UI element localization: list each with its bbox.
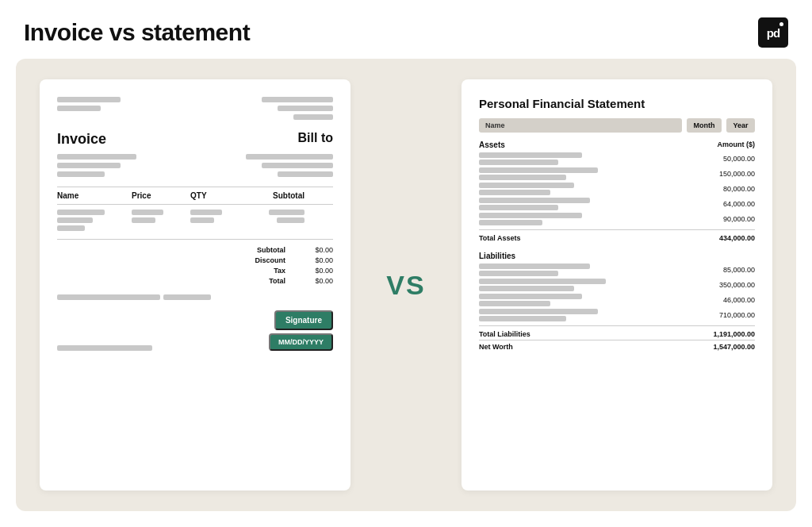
asset-value-5: 90,000.00	[723, 215, 755, 223]
deco-line	[479, 301, 550, 306]
table-row	[57, 210, 333, 231]
signature-button[interactable]: Signature	[274, 310, 333, 330]
asset-value-2: 150,000.00	[719, 170, 755, 178]
total-assets-value: 434,000.00	[719, 234, 755, 242]
deco-line	[57, 163, 121, 168]
deco-line	[262, 163, 333, 168]
col-name: Name	[57, 191, 128, 200]
deco-line	[57, 294, 160, 300]
deco-line	[132, 217, 155, 223]
statement-title: Personal Financial Statement	[479, 97, 755, 110]
deco-line	[57, 217, 93, 223]
total-label: Total	[246, 277, 285, 285]
liability-row: 46,000.00	[479, 294, 755, 306]
invoice-bill-row: Invoice Bill to	[57, 131, 333, 148]
discount-label: Discount	[246, 256, 285, 264]
deco-line	[479, 220, 542, 225]
statement-name-field[interactable]: Name	[479, 118, 682, 133]
total-liabilities-row: Total Liabilities 1,191,000.00	[479, 325, 755, 338]
deco-line	[57, 225, 85, 231]
subtotal-label: Subtotal	[246, 246, 285, 254]
col-price: Price	[132, 191, 187, 200]
deco-line	[479, 205, 558, 210]
invoice-table-header: Name Price QTY Subtotal	[57, 187, 333, 205]
assets-title: Assets	[479, 140, 505, 149]
liability-value-1: 85,000.00	[723, 266, 755, 274]
invoice-footer: Signature MM/DD/YYYY	[57, 294, 333, 351]
deco-line	[479, 294, 582, 299]
page-title: Invoice vs statement	[24, 19, 250, 46]
deco-line	[163, 294, 211, 300]
asset-row: 150,000.00	[479, 167, 755, 180]
deco-line	[479, 309, 598, 314]
liabilities-rows: 85,000.00 350,000.00 46,000.00	[479, 264, 755, 321]
right-lines	[262, 97, 333, 120]
assets-rows: 50,000.00 150,000.00 80,000.00	[479, 152, 755, 225]
liability-value-4: 710,000.00	[719, 311, 755, 319]
deco-line	[479, 175, 566, 180]
assets-section-header: Assets Amount ($)	[479, 140, 755, 149]
total-liabilities-value: 1,191,000.00	[713, 330, 755, 338]
statement-year-field[interactable]: Year	[726, 118, 755, 133]
signature-area: Signature MM/DD/YYYY	[269, 307, 333, 351]
deco-line	[479, 167, 598, 173]
deco-line	[277, 217, 304, 223]
deco-line	[479, 160, 558, 165]
statement-month-field[interactable]: Month	[687, 118, 722, 133]
asset-value-4: 64,000.00	[723, 200, 755, 208]
deco-line	[190, 217, 214, 223]
invoice-header-decoration	[57, 97, 333, 120]
deco-line	[269, 210, 304, 215]
subtotal-row: Subtotal $0.00	[57, 246, 333, 254]
deco-line	[479, 183, 574, 188]
deco-line	[479, 213, 582, 218]
vs-divider: VS	[374, 79, 438, 490]
page-header: Invoice vs statement pd	[0, 0, 812, 59]
liability-row: 85,000.00	[479, 264, 755, 276]
liability-value-2: 350,000.00	[719, 281, 755, 289]
total-value: $0.00	[301, 277, 333, 285]
asset-value-1: 50,000.00	[723, 155, 755, 163]
liability-row: 350,000.00	[479, 279, 755, 291]
deco-line	[262, 97, 333, 102]
asset-row: 90,000.00	[479, 213, 755, 225]
statement-header-row: Name Month Year	[479, 118, 755, 133]
deco-line	[479, 316, 566, 321]
tax-label: Tax	[246, 267, 285, 275]
deco-line	[278, 171, 333, 177]
deco-line	[479, 198, 590, 203]
deco-line	[479, 264, 590, 269]
liability-row: 710,000.00	[479, 309, 755, 321]
deco-line	[278, 106, 333, 111]
bill-sub-info	[246, 154, 333, 177]
col-qty: QTY	[190, 191, 238, 200]
net-worth-value: 1,547,000.00	[713, 343, 755, 351]
deco-line	[479, 152, 582, 158]
invoice-table-rows	[57, 210, 333, 231]
net-worth-label: Net Worth	[479, 343, 513, 351]
asset-row: 64,000.00	[479, 198, 755, 210]
tax-value: $0.00	[301, 267, 333, 275]
invoice-totals: Subtotal $0.00 Discount $0.00 Tax $0.00 …	[57, 239, 333, 285]
deco-line	[293, 114, 333, 120]
bill-to-label: Bill to	[298, 131, 333, 145]
logo-dot	[779, 22, 783, 26]
liability-value-3: 46,000.00	[723, 296, 755, 304]
discount-row: Discount $0.00	[57, 256, 333, 264]
net-worth-row: Net Worth 1,547,000.00	[479, 340, 755, 351]
date-button[interactable]: MM/DD/YYYY	[269, 333, 333, 351]
total-assets-label: Total Assets	[479, 234, 521, 242]
statement-card: Personal Financial Statement Name Month …	[462, 79, 772, 490]
col-subtotal: Subtotal	[241, 191, 304, 200]
total-row: Total $0.00	[57, 277, 333, 285]
deco-line	[479, 286, 574, 291]
deco-line	[57, 97, 121, 102]
assets-amount-header: Amount ($)	[718, 140, 756, 149]
deco-line	[479, 279, 606, 284]
deco-line	[246, 154, 333, 160]
invoice-label: Invoice	[57, 131, 106, 148]
deco-line	[57, 210, 105, 215]
asset-row: 80,000.00	[479, 183, 755, 195]
liabilities-section-header: Liabilities	[479, 252, 755, 260]
deco-line	[57, 106, 101, 111]
